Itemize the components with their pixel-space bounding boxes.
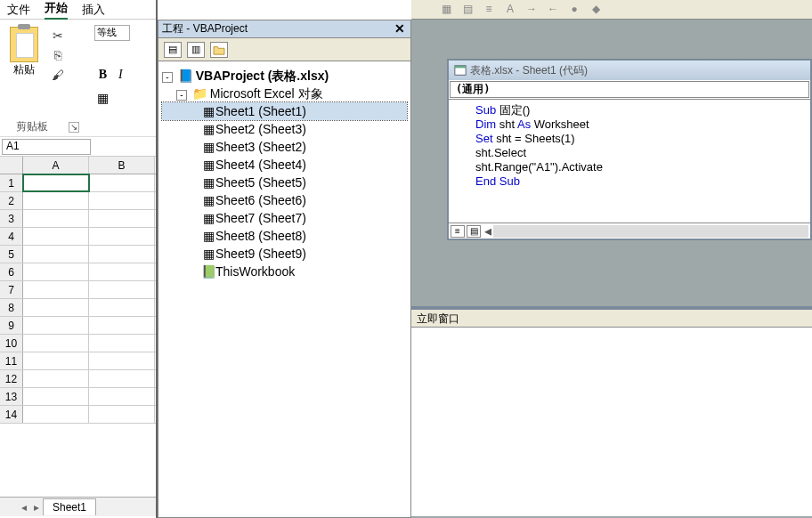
horizontal-scrollbar[interactable] — [493, 225, 808, 238]
row-header[interactable]: 3 — [0, 210, 23, 227]
tree-item-sheet[interactable]: ▦Sheet6 (Sheet6) — [162, 191, 407, 209]
bold-button[interactable]: B — [94, 68, 110, 84]
breakpoint-button[interactable]: ● — [566, 3, 582, 17]
ribbon-tabs: 文件 开始 插入 — [0, 0, 156, 20]
object-combo[interactable]: (通用) — [450, 81, 809, 98]
cell[interactable] — [89, 406, 155, 423]
cell[interactable] — [89, 388, 155, 405]
collapse-icon[interactable]: - — [176, 90, 187, 101]
sheet-nav-next[interactable]: ▸ — [34, 501, 39, 514]
grid-row: 4 — [0, 228, 156, 246]
cell[interactable] — [23, 174, 89, 191]
cell[interactable] — [23, 246, 89, 263]
toggle-folders-button[interactable] — [210, 42, 228, 58]
row-header[interactable]: 13 — [0, 388, 23, 405]
tree-item-sheet[interactable]: ▦Sheet9 (Sheet9) — [162, 245, 407, 263]
tree-item-sheet[interactable]: ▦Sheet7 (Sheet7) — [162, 209, 407, 227]
row-header[interactable]: 4 — [0, 228, 23, 245]
paste-label: 粘贴 — [4, 62, 45, 77]
col-header[interactable]: A — [23, 157, 89, 174]
tree-item-thisworkbook[interactable]: 📗ThisWorkbook — [162, 263, 407, 280]
tab-insert[interactable]: 插入 — [82, 2, 105, 18]
tree-folder[interactable]: - 📁 Microsoft Excel 对象 — [162, 85, 407, 102]
border-button[interactable]: ▦ — [94, 91, 110, 107]
bookmark-button[interactable]: ◆ — [588, 3, 604, 17]
cell[interactable] — [89, 281, 155, 298]
worksheet-grid[interactable]: A B 1234567891011121314 ◂ ▸ Sheet1 — [0, 157, 156, 516]
close-icon[interactable]: ✕ — [393, 22, 407, 36]
toolbar-button[interactable]: ≡ — [481, 3, 497, 17]
cell[interactable] — [89, 263, 155, 280]
sheet-nav-prev[interactable]: ◂ — [21, 501, 27, 514]
view-object-button[interactable]: ▥ — [187, 42, 205, 58]
tree-item-sheet[interactable]: ▦Sheet8 (Sheet8) — [162, 227, 407, 245]
tree-item-sheet[interactable]: ▦Sheet3 (Sheet2) — [162, 138, 407, 156]
toolbar-button[interactable]: A — [502, 3, 518, 17]
paste-button[interactable]: 粘贴 — [4, 23, 45, 85]
row-header[interactable]: 14 — [0, 406, 23, 423]
tab-home[interactable]: 开始 — [45, 0, 68, 20]
view-code-button[interactable]: ▤ — [164, 42, 182, 58]
cell[interactable] — [23, 388, 89, 405]
cell[interactable] — [89, 335, 155, 352]
tree-item-sheet[interactable]: ▦Sheet1 (Sheet1) — [162, 102, 407, 120]
tree-root[interactable]: - 📘 VBAProject (表格.xlsx) — [162, 67, 407, 85]
tree-item-sheet[interactable]: ▦Sheet4 (Sheet4) — [162, 156, 407, 174]
scroll-left-icon[interactable]: ◂ — [484, 223, 491, 239]
row-header[interactable]: 1 — [0, 174, 23, 191]
clipboard-dialog-launcher[interactable]: ↘ — [69, 122, 79, 133]
row-header[interactable]: 12 — [0, 370, 23, 387]
immediate-window[interactable]: 立即窗口 — [411, 306, 812, 516]
tree-item-label: Sheet2 (Sheet3) — [215, 122, 306, 136]
cell[interactable] — [23, 281, 89, 298]
code-editor[interactable]: Sub 固定()Dim sht As WorksheetSet sht = Sh… — [449, 100, 810, 192]
row-header[interactable]: 11 — [0, 352, 23, 369]
row-header[interactable]: 5 — [0, 246, 23, 263]
cut-button[interactable]: ✂ — [48, 28, 68, 46]
col-header[interactable]: B — [89, 157, 155, 174]
cell[interactable] — [23, 406, 89, 423]
tab-file[interactable]: 文件 — [7, 2, 30, 18]
row-header[interactable]: 8 — [0, 299, 23, 316]
procedure-view-button[interactable]: ≡ — [451, 225, 465, 238]
cell[interactable] — [89, 370, 155, 387]
cell[interactable] — [23, 263, 89, 280]
cell[interactable] — [89, 299, 155, 316]
cell[interactable] — [23, 210, 89, 227]
collapse-icon[interactable]: - — [162, 72, 173, 83]
cell[interactable] — [23, 228, 89, 245]
toolbar-button[interactable]: ▤ — [459, 3, 475, 17]
cell[interactable] — [89, 317, 155, 334]
copy-button[interactable]: ⎘ — [48, 48, 68, 66]
row-header[interactable]: 6 — [0, 263, 23, 280]
row-header[interactable]: 7 — [0, 281, 23, 298]
cell[interactable] — [23, 192, 89, 209]
tree-item-sheet[interactable]: ▦Sheet2 (Sheet3) — [162, 120, 407, 138]
cell[interactable] — [23, 317, 89, 334]
italic-button[interactable]: I — [112, 68, 128, 84]
outdent-button[interactable]: ← — [545, 3, 561, 17]
select-all-corner[interactable] — [0, 157, 23, 174]
full-view-button[interactable]: ▤ — [467, 225, 481, 238]
cell[interactable] — [89, 352, 155, 369]
cell[interactable] — [23, 352, 89, 369]
row-header[interactable]: 2 — [0, 192, 23, 209]
cell[interactable] — [89, 192, 155, 209]
format-painter-button[interactable]: 🖌 — [48, 68, 68, 85]
indent-button[interactable]: → — [524, 3, 540, 17]
tree-item-sheet[interactable]: ▦Sheet5 (Sheet5) — [162, 174, 407, 191]
font-name-combo[interactable]: 等线 — [94, 25, 130, 41]
worksheet-icon: ▦ — [201, 138, 215, 156]
sheet-tab[interactable]: Sheet1 — [43, 498, 96, 515]
cell[interactable] — [89, 174, 155, 191]
cell[interactable] — [89, 246, 155, 263]
cell[interactable] — [23, 299, 89, 316]
cell[interactable] — [89, 228, 155, 245]
row-header[interactable]: 10 — [0, 335, 23, 352]
row-header[interactable]: 9 — [0, 317, 23, 334]
toolbar-button[interactable]: ▦ — [438, 3, 454, 17]
cell[interactable] — [89, 210, 155, 227]
cell[interactable] — [23, 370, 89, 387]
name-box[interactable]: A1 — [2, 139, 91, 155]
cell[interactable] — [23, 335, 89, 352]
